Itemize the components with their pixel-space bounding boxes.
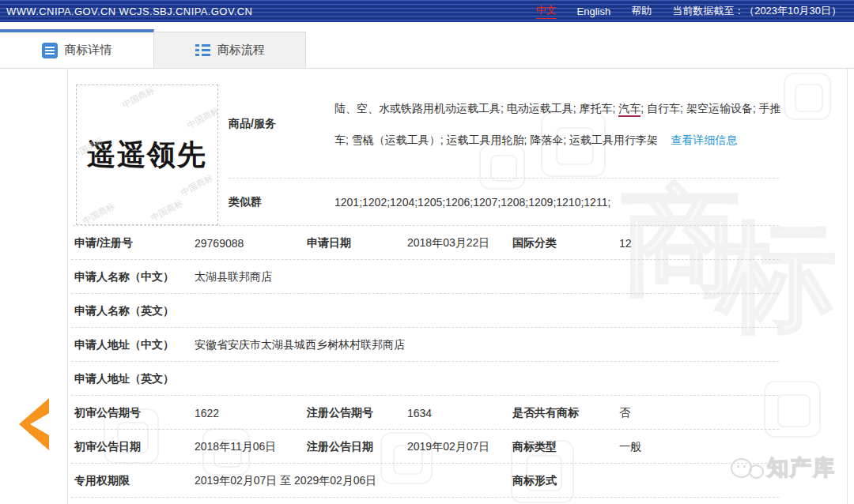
field-label: 申请人地址（英文） [74, 372, 195, 386]
field-label: 初审公告日期 [74, 440, 195, 454]
help-link[interactable]: 帮助 [631, 4, 652, 18]
field-value: 一般 [619, 440, 847, 454]
similar-group-value: 1201;1202;1204;1205;1206;1207;1208;1209;… [334, 196, 610, 209]
field-label: 国际分类 [512, 236, 619, 250]
field-value: 1634 [407, 407, 512, 419]
image-watermark: 中国商标 [149, 197, 185, 224]
field-label: 是否共有商标 [512, 406, 619, 420]
data-cutoff-text: 当前数据截至：（2023年10月30日） [672, 4, 841, 18]
field-label: 申请人名称（中文） [74, 270, 195, 284]
lang-zh-link[interactable]: 中文 [536, 3, 557, 19]
top-bar: WWW.CNIPA.GOV.CN WCJS.SBJ.CNIPA.GOV.CN 中… [0, 0, 854, 22]
field-value: 12 [619, 237, 847, 250]
list-icon [195, 43, 210, 58]
trademark-summary-block: 中国商标 中国商标 中国商标 中国商标 中国商标 中国商标 遥遥领先 商品/服务… [68, 69, 847, 226]
field-label: 商标类型 [512, 440, 619, 454]
field-label: 申请/注册号 [74, 236, 195, 250]
tab-strip: 商标详情 商标流程 [0, 30, 854, 69]
similar-group-row: 类似群 1201;1202;1204;1205;1206;1207;1208;1… [229, 179, 847, 226]
tab-trademark-process[interactable]: 商标流程 [154, 32, 306, 68]
field-label: 申请人名称（英文） [74, 304, 195, 318]
tab-details-label: 商标详情 [65, 43, 112, 58]
table-row: 申请人名称（英文） [68, 294, 847, 328]
similar-group-label: 类似群 [229, 195, 334, 209]
field-value: 2019年02月07日 [407, 440, 512, 454]
goods-highlighted-term: 汽车 [618, 102, 640, 117]
table-row: 申请人名称（中文） 太湖县联邦商店 [68, 260, 847, 294]
field-value: 2019年02月07日 至 2029年02月06日 [195, 474, 512, 488]
trademark-text: 遥遥领先 [87, 136, 207, 175]
field-label: 初审公告期号 [74, 406, 195, 420]
goods-text-before: 陆、空、水或铁路用机动运载工具; 电动运载工具; 摩托车; [334, 102, 618, 115]
table-row: 申请人地址（中文） 安徽省安庆市太湖县城西乡树林村联邦商店 [68, 328, 847, 362]
lang-en-link[interactable]: English [577, 6, 611, 17]
goods-services-label: 商品/服务 [229, 117, 334, 131]
goods-column: 商品/服务 陆、空、水或铁路用机动运载工具; 电动运载工具; 摩托车; 汽车; … [229, 69, 847, 226]
image-watermark: 中国商标 [120, 85, 157, 111]
field-value: 29769088 [195, 237, 307, 250]
chat-bubble-icon [731, 458, 752, 478]
field-value: 2018年11月06日 [195, 440, 307, 454]
table-row: 申请/注册号 29769088 申请日期 2018年03月22日 国际分类 12 [68, 226, 847, 260]
field-label: 专用权期限 [74, 474, 195, 488]
field-value: 否 [619, 406, 847, 420]
goods-services-row: 商品/服务 陆、空、水或铁路用机动运载工具; 电动运载工具; 摩托车; 汽车; … [229, 69, 847, 179]
field-value: 太湖县联邦商店 [195, 270, 847, 284]
zhichanku-text: 知产库 [767, 453, 836, 482]
document-icon [42, 43, 58, 58]
image-watermark: 中国商标 [185, 105, 218, 132]
image-watermark: 中国商标 [81, 201, 117, 225]
tab-trademark-details[interactable]: 商标详情 [0, 29, 154, 68]
chevron-left-icon [14, 398, 49, 450]
field-label: 注册公告日期 [307, 440, 407, 454]
detail-panel: 商 标 中国商标 中国商标 中国商标 中国商标 中国商标 中国商标 遥遥领先 [67, 69, 848, 504]
field-value: 2018年03月22日 [407, 236, 512, 250]
view-details-link[interactable]: 查看详细信息 [671, 134, 737, 146]
field-label: 申请人地址（中文） [74, 338, 195, 352]
image-watermark: 中国商标 [179, 172, 215, 199]
table-row: 初审公告期号 1622 注册公告期号 1634 是否共有商标 否 [68, 396, 847, 430]
topbar-links: 中文 English 帮助 当前数据截至：（2023年10月30日） [536, 3, 841, 19]
field-label: 注册公告期号 [307, 406, 407, 420]
table-row: 申请人地址（英文） [68, 362, 847, 396]
goods-services-value: 陆、空、水或铁路用机动运载工具; 电动运载工具; 摩托车; 汽车; 自行车; 架… [334, 92, 792, 156]
field-label: 商标形式 [512, 474, 619, 488]
site-urls: WWW.CNIPA.GOV.CN WCJS.SBJ.CNIPA.GOV.CN [6, 6, 252, 17]
field-value: 安徽省安庆市太湖县城西乡树林村联邦商店 [195, 338, 847, 352]
trademark-image: 中国商标 中国商标 中国商标 中国商标 中国商标 中国商标 遥遥领先 [76, 85, 218, 225]
field-label: 申请日期 [307, 236, 407, 250]
page: WWW.CNIPA.GOV.CN WCJS.SBJ.CNIPA.GOV.CN 中… [0, 0, 854, 504]
tab-process-label: 商标流程 [217, 43, 265, 58]
field-value: 1622 [195, 407, 307, 419]
zhichanku-watermark-logo: 知产库 [731, 453, 836, 482]
back-arrow-button[interactable] [14, 398, 49, 453]
